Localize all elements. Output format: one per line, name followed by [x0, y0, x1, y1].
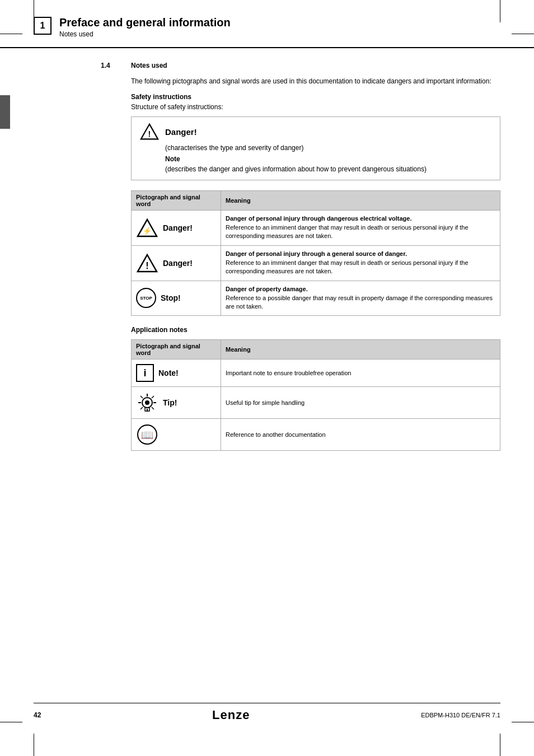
safety-table-col1-header: Pictograph and signal word: [132, 191, 221, 211]
corner-mark-bl-h: [0, 722, 22, 722]
meaning-bold-2: Danger of personal injury through a gene…: [226, 250, 495, 257]
structure-text: Structure of safety instructions:: [131, 103, 500, 111]
section-heading: 1.4 Notes used: [101, 62, 500, 69]
meaning-cell-2: Danger of personal injury through a gene…: [221, 245, 500, 281]
ref-meaning-text: Reference to another documentation: [226, 431, 495, 438]
table-row: ⚡ Danger! Danger of personal injury thro…: [132, 211, 500, 246]
note-row-icon: i Note!: [136, 364, 216, 382]
page: 1 Preface and general information Notes …: [0, 0, 534, 756]
safety-table-col2-header: Meaning: [221, 191, 500, 211]
tip-row-label: Tip!: [163, 398, 177, 407]
footer-page-number: 42: [34, 711, 41, 719]
meaning-bold-3: Danger of property damage.: [226, 286, 495, 292]
danger-box-note-label: Note: [165, 155, 492, 163]
svg-line-15: [140, 407, 143, 409]
ref-icon: 📖: [136, 423, 158, 446]
corner-mark-br-v: [500, 734, 500, 756]
svg-text:📖: 📖: [141, 429, 154, 441]
tip-row-icon: Tip!: [136, 391, 216, 414]
svg-line-13: [152, 407, 154, 409]
danger-triangle-icon: !: [139, 123, 160, 141]
pictograph-cell-tip: Tip!: [132, 387, 221, 419]
app-notes-table: Pictograph and signal word Meaning i Not…: [131, 339, 500, 451]
general-danger-icon: !: [136, 253, 158, 273]
table-row: i Note! Important note to ensure trouble…: [132, 360, 500, 387]
meaning-text-3: Reference to a possible danger that may …: [226, 294, 495, 311]
danger-row-icon-stop: STOP Stop!: [136, 288, 216, 308]
meaning-bold-1: Danger of personal injury through danger…: [226, 215, 495, 222]
tip-icon: [136, 391, 158, 414]
danger-box-desc: (characterises the type and severity of …: [165, 144, 492, 152]
table-row: 📖 Reference to another documentation: [132, 419, 500, 451]
table-row: ! Danger! Danger of personal injury thro…: [132, 245, 500, 281]
meaning-text-2: Reference to an imminent danger that may…: [226, 259, 495, 276]
stop-icon: STOP: [136, 288, 156, 308]
safety-table: Pictograph and signal word Meaning ⚡ Dan…: [131, 190, 500, 316]
pictograph-cell-stop: STOP Stop!: [132, 281, 221, 316]
svg-point-7: [145, 400, 149, 405]
lightning-danger-icon: ⚡: [136, 218, 158, 238]
ref-meaning-cell: Reference to another documentation: [221, 419, 500, 451]
header-text-block: Preface and general information Notes us…: [59, 16, 231, 38]
table-row: STOP Stop! Danger of property damage. Re…: [132, 281, 500, 316]
danger-row-label-1: Danger!: [163, 223, 193, 232]
ref-row-icon: 📖: [136, 423, 216, 446]
pictograph-cell-lightning: ⚡ Danger!: [132, 211, 221, 246]
danger-row-label-2: Danger!: [163, 259, 193, 268]
pictograph-cell-ref: 📖: [132, 419, 221, 451]
pictograph-cell-general: ! Danger!: [132, 245, 221, 281]
tip-meaning-cell: Useful tip for simple handling: [221, 387, 500, 419]
danger-example-box: ! Danger! (characterises the type and se…: [131, 116, 500, 180]
danger-row-icon-general: ! Danger!: [136, 253, 216, 273]
safety-instructions-label: Safety instructions: [131, 93, 500, 101]
footer-brand: Lenze: [212, 708, 250, 722]
corner-mark-tr-h: [512, 34, 534, 34]
danger-row-icon-lightning: ⚡ Danger!: [136, 218, 216, 238]
svg-text:!: !: [146, 261, 148, 270]
note-meaning-cell: Important note to ensure troublefree ope…: [221, 360, 500, 387]
table-row: Tip! Useful tip for simple handling: [132, 387, 500, 419]
app-notes-label: Application notes: [131, 326, 500, 334]
note-meaning-text: Important note to ensure troublefree ope…: [226, 370, 495, 376]
danger-box-title: Danger!: [165, 127, 197, 137]
app-table-col2-header: Meaning: [221, 340, 500, 360]
page-header: 1 Preface and general information Notes …: [0, 0, 534, 48]
header-title: Preface and general information: [59, 16, 231, 29]
note-icon: i: [136, 364, 154, 382]
page-footer: 42 Lenze EDBPM-H310 DE/EN/FR 7.1: [34, 703, 500, 722]
intro-text: The following pictographs and signal wor…: [131, 76, 500, 86]
danger-box-note-desc: (describes the danger and gives informat…: [165, 164, 492, 174]
note-row-label: Note!: [158, 368, 179, 377]
content-area: 1.4 Notes used The following pictographs…: [0, 48, 534, 474]
corner-mark-bl-v: [34, 734, 34, 756]
danger-box-header: ! Danger!: [139, 123, 492, 141]
svg-line-14: [152, 396, 154, 398]
svg-line-12: [140, 396, 143, 398]
app-table-col1-header: Pictograph and signal word: [132, 340, 221, 360]
corner-mark-tl-h: [0, 34, 22, 34]
meaning-text-1: Reference to an imminent danger that may…: [226, 223, 495, 241]
meaning-cell-1: Danger of personal injury through danger…: [221, 211, 500, 246]
tip-meaning-text: Useful tip for simple handling: [226, 399, 495, 406]
svg-text:⚡: ⚡: [143, 226, 152, 236]
header-subtitle: Notes used: [59, 30, 231, 38]
section-number: 1.4: [101, 62, 118, 69]
footer-doc-reference: EDBPM-H310 DE/EN/FR 7.1: [421, 712, 500, 718]
chapter-icon: 1: [34, 17, 51, 35]
corner-mark-tl-v: [34, 0, 34, 22]
section-title: Notes used: [131, 62, 167, 69]
corner-mark-br-h: [512, 722, 534, 722]
meaning-cell-3: Danger of property damage. Reference to …: [221, 281, 500, 316]
sidebar-accent: [0, 95, 10, 129]
svg-text:!: !: [148, 129, 151, 138]
pictograph-cell-note: i Note!: [132, 360, 221, 387]
danger-row-label-3: Stop!: [161, 293, 181, 302]
corner-mark-tr-v: [500, 0, 500, 22]
